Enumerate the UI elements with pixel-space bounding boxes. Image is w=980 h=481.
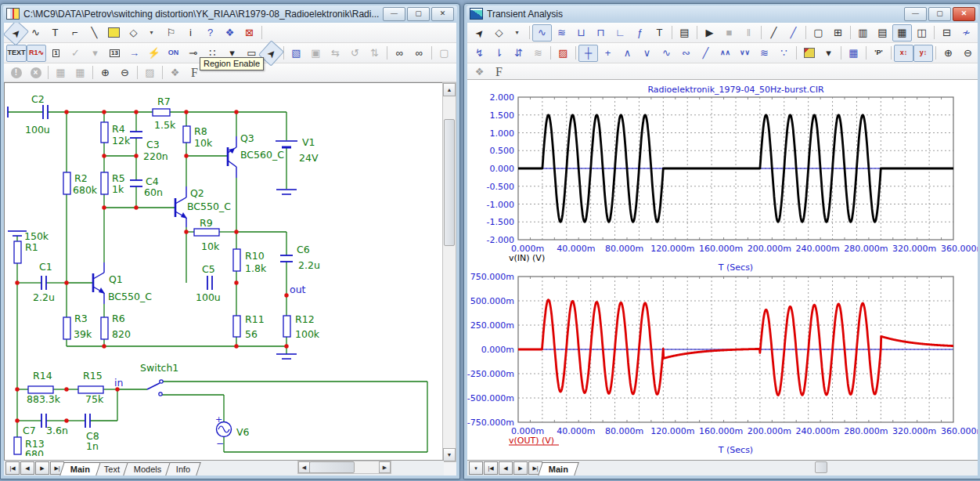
horizontal-scrollbar[interactable]: ◀ ▶ <box>297 461 391 474</box>
tab-main[interactable]: Main <box>538 462 579 476</box>
shape-picker-icon[interactable]: ◇ <box>124 24 143 42</box>
tab-nav-button-2[interactable]: ▶ <box>35 461 49 475</box>
scroll-left-button[interactable]: ◀ <box>298 461 310 473</box>
cube-plot-icon[interactable] <box>799 45 819 62</box>
node-voltages-icon[interactable]: 13 <box>105 45 124 62</box>
stop-circle-icon[interactable]: × <box>26 64 45 81</box>
ortho-wire-icon[interactable]: ⌐ <box>65 24 85 42</box>
current-probe-icon[interactable]: → <box>124 45 144 62</box>
hold-scale-icon[interactable]: ⊔ <box>571 24 591 42</box>
global-low-icon[interactable]: ∨∨ <box>735 45 755 62</box>
globe-icon[interactable]: ❖ <box>470 63 489 81</box>
web-page-icon[interactable]: ❖ <box>220 24 240 42</box>
region-toggle-icon[interactable]: ⊠ <box>240 24 259 42</box>
select-curve-icon[interactable]: ∿ <box>532 24 552 42</box>
info-tool-icon[interactable]: i <box>181 24 200 42</box>
plot-area[interactable]: 2.0001.5001.0000.5000.000-0.500-1.000-1.… <box>467 79 978 461</box>
help-pointer-icon[interactable]: ? <box>200 24 220 42</box>
step-display-icon[interactable]: ⊓ <box>591 24 611 42</box>
zoom-in-icon[interactable]: ⊕ <box>95 64 115 81</box>
inflection-icon[interactable]: ╱ <box>696 45 715 62</box>
auto-scale-y-icon[interactable]: y↕ <box>913 45 933 62</box>
stack-waves-icon[interactable]: ≋ <box>552 24 571 42</box>
picture-region-icon[interactable]: ▧ <box>286 45 306 62</box>
close-button[interactable]: ✕ <box>431 7 454 21</box>
scroll-thumb[interactable] <box>444 119 455 246</box>
numeric-output-icon[interactable]: ▦ <box>844 45 863 62</box>
globe-icon[interactable]: ❖ <box>165 64 185 81</box>
f-symbol-icon[interactable]: F <box>489 63 509 81</box>
shape-picker-dropdown-icon[interactable]: ▾ <box>507 24 527 42</box>
shape-picker-dropdown-icon[interactable]: ▾ <box>142 24 161 42</box>
step-info-icon[interactable]: ! <box>6 64 26 81</box>
search-icon[interactable]: ∞ <box>409 45 429 62</box>
cursor-next-left-icon[interactable]: ↯ <box>470 45 489 62</box>
maximize-button[interactable]: ▢ <box>928 7 951 21</box>
bottom-icon[interactable]: ≋ <box>755 45 774 62</box>
panel-vertical-icon[interactable]: ▥ <box>853 24 873 42</box>
splitter-handle[interactable] <box>815 461 827 473</box>
component-chip-icon[interactable] <box>104 24 124 42</box>
panel-columns-icon[interactable]: ◫ <box>912 24 931 42</box>
scroll-down-button[interactable]: ▼ <box>443 448 456 461</box>
plot-window-icon[interactable]: ▨ <box>553 45 573 62</box>
text-attr-icon[interactable]: TEXT <box>6 45 27 62</box>
maximize-button[interactable]: ▢ <box>407 7 430 21</box>
condition-on-icon[interactable]: ON <box>164 45 183 62</box>
power-probe-icon[interactable]: ⚡ <box>144 45 164 62</box>
cursor-both-icon[interactable]: ⇵ <box>509 45 528 62</box>
titlebar[interactable]: C:\MC9\DATA\Petrov\switching distortion\… <box>3 5 457 22</box>
tab-nav-button-1[interactable]: ◀ <box>20 461 34 475</box>
scroll-thumb[interactable] <box>309 461 355 473</box>
tab-info[interactable]: Info <box>165 462 201 476</box>
minimize-button[interactable]: — <box>383 7 405 21</box>
zoom-out-icon[interactable]: ⊖ <box>115 64 135 81</box>
zoom-out-icon[interactable]: ⊖ <box>958 45 978 62</box>
select-region-icon[interactable]: ▢ <box>809 24 828 42</box>
close-button[interactable]: ✕ <box>953 7 975 21</box>
peak-icon[interactable]: ∧ <box>618 45 637 62</box>
panel-horizontal-icon[interactable]: ▤ <box>873 24 892 42</box>
cube-drop-icon[interactable]: ▾ <box>819 45 838 62</box>
text-tool-icon[interactable]: T <box>45 24 65 42</box>
vertical-scrollbar[interactable]: ▲ ▼ <box>442 82 456 462</box>
flag-tool-icon[interactable]: ⚐ <box>161 24 181 42</box>
grid-box-icon[interactable]: ⊞ <box>828 24 848 42</box>
scroll-up-button[interactable]: ▲ <box>443 83 456 96</box>
scroll-right-button[interactable]: ▶ <box>379 461 391 473</box>
split-plot-icon[interactable]: ⊟ <box>937 24 957 42</box>
p-key-icon[interactable]: 'P' <box>869 45 888 62</box>
low-icon[interactable]: ∾ <box>676 45 696 62</box>
top-icon[interactable]: ∵ <box>774 45 794 62</box>
tab-nav-button-0[interactable]: ▾ <box>469 461 483 475</box>
find-component-icon[interactable]: ∞ <box>390 45 409 62</box>
shape-picker-icon[interactable]: ◇ <box>489 24 509 42</box>
tab-nav-button-3[interactable]: ▶ <box>513 461 528 475</box>
fx-curve-icon[interactable]: ƒ <box>630 24 650 42</box>
global-high-icon[interactable]: ∧∧ <box>715 45 735 62</box>
line-tool-icon[interactable]: ╱ <box>764 24 784 42</box>
minimize-button[interactable]: — <box>904 7 927 21</box>
tab-nav-button-0[interactable]: |◀ <box>5 461 20 475</box>
auto-scale-x-icon[interactable]: x↕ <box>894 45 913 62</box>
titlebar[interactable]: Transient Analysis — ▢ ✕ <box>467 5 978 22</box>
wire-mode-icon[interactable]: ∿ <box>26 24 45 42</box>
valley-icon[interactable]: ∨ <box>637 45 657 62</box>
text-tool-icon[interactable]: T <box>650 24 669 42</box>
panel-grid-icon[interactable]: ▦ <box>892 24 912 42</box>
run-icon[interactable]: ▶ <box>700 24 719 42</box>
sample-display-icon[interactable]: ∟ <box>611 24 630 42</box>
high-icon[interactable]: ∿ <box>657 45 676 62</box>
tab-nav-button-2[interactable]: ◀ <box>499 461 513 475</box>
polyline-tool-icon[interactable]: ╱ <box>784 24 803 42</box>
show-attr-icon[interactable]: R1∿ <box>27 45 46 62</box>
cursor-vertical-icon[interactable]: + <box>598 45 618 62</box>
tab-nav-button-1[interactable]: |◀ <box>484 461 498 475</box>
schematic-canvas[interactable]: C2100uR71.5kR412kC3220nR810kQ3BC560_CV12… <box>4 82 445 461</box>
node-numbers-icon[interactable]: 1 <box>46 45 66 62</box>
properties-icon[interactable]: ▤ <box>675 24 694 42</box>
tab-main[interactable]: Main <box>59 462 101 476</box>
cursor-horizontal-icon[interactable]: ┼ <box>578 45 598 62</box>
overlay-cursor-icon[interactable]: ≁ <box>957 24 976 42</box>
cursor-down-icon[interactable]: ⇂ <box>489 45 509 62</box>
